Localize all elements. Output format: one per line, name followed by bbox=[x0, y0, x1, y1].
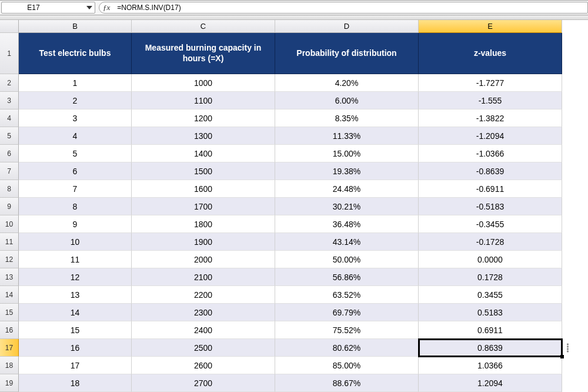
cell-C17[interactable]: 2500 bbox=[132, 339, 275, 357]
cell-C19[interactable]: 2700 bbox=[132, 374, 275, 392]
cell-B2[interactable]: 1 bbox=[19, 74, 132, 92]
cell-C12[interactable]: 2000 bbox=[132, 251, 275, 268]
cell-C16[interactable]: 2400 bbox=[132, 321, 275, 339]
cell-E5[interactable]: -1.2094 bbox=[419, 127, 562, 145]
row-header-8[interactable]: 8 bbox=[0, 180, 19, 198]
header-cell-B[interactable]: Test electric bulbs bbox=[19, 33, 132, 74]
cell-B19[interactable]: 18 bbox=[19, 374, 132, 392]
col-header-C[interactable]: C bbox=[132, 20, 275, 33]
cell-C6[interactable]: 1400 bbox=[132, 145, 275, 162]
col-header-D[interactable]: D bbox=[275, 20, 419, 33]
cell-E16[interactable]: 0.6911 bbox=[419, 321, 562, 339]
cell-D9[interactable]: 30.21% bbox=[275, 198, 419, 215]
row-header-12[interactable]: 12 bbox=[0, 251, 19, 268]
cell-E12[interactable]: 0.0000 bbox=[419, 251, 562, 268]
cell-B12[interactable]: 11 bbox=[19, 251, 132, 268]
cell-C7[interactable]: 1500 bbox=[132, 162, 275, 180]
row-header-15[interactable]: 15 bbox=[0, 304, 19, 321]
cell-E9[interactable]: -0.5183 bbox=[419, 198, 562, 215]
cell-E19[interactable]: 1.2094 bbox=[419, 374, 562, 392]
row-header-19[interactable]: 19 bbox=[0, 374, 19, 392]
cell-B10[interactable]: 9 bbox=[19, 215, 132, 233]
cell-E2[interactable]: -1.7277 bbox=[419, 74, 562, 92]
cell-E8[interactable]: -0.6911 bbox=[419, 180, 562, 198]
fx-icon[interactable]: ƒx bbox=[103, 3, 110, 12]
cell-B3[interactable]: 2 bbox=[19, 92, 132, 109]
cell-D17[interactable]: 80.62% bbox=[275, 339, 419, 357]
cell-E13[interactable]: 0.1728 bbox=[419, 268, 562, 286]
cell-D6[interactable]: 15.00% bbox=[275, 145, 419, 162]
cell-C3[interactable]: 1100 bbox=[132, 92, 275, 109]
cell-B9[interactable]: 8 bbox=[19, 198, 132, 215]
cell-E15[interactable]: 0.5183 bbox=[419, 304, 562, 321]
cell-D7[interactable]: 19.38% bbox=[275, 162, 419, 180]
cell-C2[interactable]: 1000 bbox=[132, 74, 275, 92]
cell-D16[interactable]: 75.52% bbox=[275, 321, 419, 339]
cell-D13[interactable]: 56.86% bbox=[275, 268, 419, 286]
row-header-6[interactable]: 6 bbox=[0, 145, 19, 162]
cell-E4[interactable]: -1.3822 bbox=[419, 109, 562, 127]
cell-D19[interactable]: 88.67% bbox=[275, 374, 419, 392]
select-all-corner[interactable] bbox=[0, 20, 19, 33]
col-header-E[interactable]: E bbox=[419, 20, 562, 33]
cell-C13[interactable]: 2100 bbox=[132, 268, 275, 286]
cell-C18[interactable]: 2600 bbox=[132, 357, 275, 374]
cell-C14[interactable]: 2200 bbox=[132, 286, 275, 304]
cell-C15[interactable]: 2300 bbox=[132, 304, 275, 321]
row-header-1[interactable]: 1 bbox=[0, 33, 19, 74]
cell-E18[interactable]: 1.0366 bbox=[419, 357, 562, 374]
row-header-14[interactable]: 14 bbox=[0, 286, 19, 304]
row-header-9[interactable]: 9 bbox=[0, 198, 19, 215]
cell-C11[interactable]: 1900 bbox=[132, 233, 275, 251]
cell-B13[interactable]: 12 bbox=[19, 268, 132, 286]
cell-D18[interactable]: 85.00% bbox=[275, 357, 419, 374]
cell-C9[interactable]: 1700 bbox=[132, 198, 275, 215]
row-header-2[interactable]: 2 bbox=[0, 74, 19, 92]
fill-handle[interactable] bbox=[560, 355, 564, 358]
name-box-container[interactable] bbox=[1, 2, 95, 14]
row-header-4[interactable]: 4 bbox=[0, 109, 19, 127]
cell-B8[interactable]: 7 bbox=[19, 180, 132, 198]
formula-input[interactable] bbox=[117, 4, 587, 12]
row-header-13[interactable]: 13 bbox=[0, 268, 19, 286]
cell-D3[interactable]: 6.00% bbox=[275, 92, 419, 109]
row-header-7[interactable]: 7 bbox=[0, 162, 19, 180]
row-header-17[interactable]: 17 bbox=[0, 339, 19, 357]
row-header-16[interactable]: 16 bbox=[0, 321, 19, 339]
cell-E14[interactable]: 0.3455 bbox=[419, 286, 562, 304]
name-box-dropdown-icon[interactable] bbox=[86, 6, 92, 9]
cell-C4[interactable]: 1200 bbox=[132, 109, 275, 127]
name-box[interactable] bbox=[4, 4, 63, 12]
cell-C10[interactable]: 1800 bbox=[132, 215, 275, 233]
row-header-5[interactable]: 5 bbox=[0, 127, 19, 145]
cell-D2[interactable]: 4.20% bbox=[275, 74, 419, 92]
cell-B18[interactable]: 17 bbox=[19, 357, 132, 374]
cell-D15[interactable]: 69.79% bbox=[275, 304, 419, 321]
cell-B15[interactable]: 14 bbox=[19, 304, 132, 321]
cell-B5[interactable]: 4 bbox=[19, 127, 132, 145]
cell-B6[interactable]: 5 bbox=[19, 145, 132, 162]
header-cell-C[interactable]: Measured burning capacity in hours (=X) bbox=[132, 33, 275, 74]
cell-B14[interactable]: 13 bbox=[19, 286, 132, 304]
col-header-B[interactable]: B bbox=[19, 20, 132, 33]
row-header-18[interactable]: 18 bbox=[0, 357, 19, 374]
cell-E6[interactable]: -1.0366 bbox=[419, 145, 562, 162]
cell-D14[interactable]: 63.52% bbox=[275, 286, 419, 304]
cell-C5[interactable]: 1300 bbox=[132, 127, 275, 145]
row-header-3[interactable]: 3 bbox=[0, 92, 19, 109]
header-cell-D[interactable]: Probability of distribution bbox=[275, 33, 419, 74]
cell-D4[interactable]: 8.35% bbox=[275, 109, 419, 127]
cell-E7[interactable]: -0.8639 bbox=[419, 162, 562, 180]
cell-B16[interactable]: 15 bbox=[19, 321, 132, 339]
header-cell-E[interactable]: z-values bbox=[419, 33, 562, 74]
cell-B4[interactable]: 3 bbox=[19, 109, 132, 127]
cell-E11[interactable]: -0.1728 bbox=[419, 233, 562, 251]
cell-D12[interactable]: 50.00% bbox=[275, 251, 419, 268]
cell-B17[interactable]: 16 bbox=[19, 339, 132, 357]
cell-E3[interactable]: -1.555 bbox=[419, 92, 562, 109]
row-header-11[interactable]: 11 bbox=[0, 233, 19, 251]
cell-E17[interactable]: 0.8639 bbox=[419, 339, 562, 357]
row-header-10[interactable]: 10 bbox=[0, 215, 19, 233]
cell-D11[interactable]: 43.14% bbox=[275, 233, 419, 251]
cell-E10[interactable]: -0.3455 bbox=[419, 215, 562, 233]
